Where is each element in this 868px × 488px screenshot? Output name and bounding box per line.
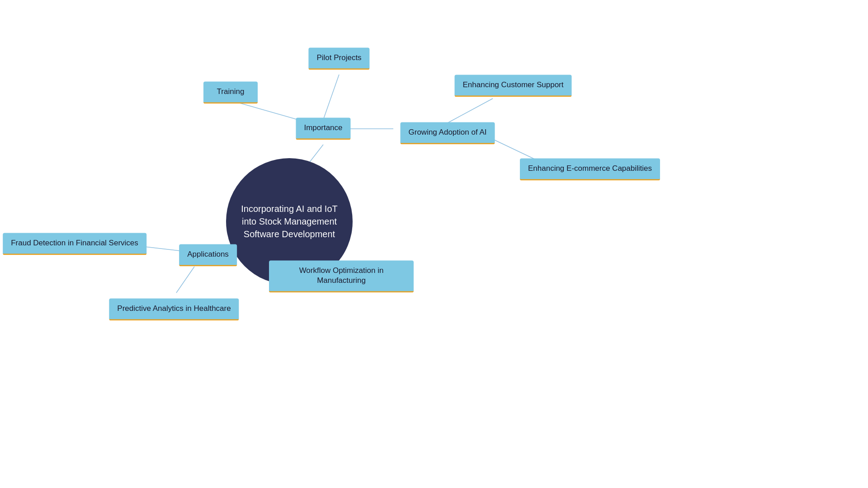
growing-adoption-node: Growing Adoption of AI [401, 122, 495, 144]
svg-line-4 [240, 103, 303, 121]
enhancing-ecommerce-node: Enhancing E-commerce Capabilities [520, 158, 660, 180]
svg-line-8 [176, 267, 194, 293]
svg-line-3 [323, 75, 339, 120]
svg-line-5 [448, 99, 493, 123]
predictive-analytics-node: Predictive Analytics in Healthcare [109, 298, 239, 320]
training-node: Training [203, 81, 258, 103]
importance-node: Importance [296, 117, 350, 140]
fraud-detection-node: Fraud Detection in Financial Services [3, 233, 146, 255]
pilot-projects-node: Pilot Projects [308, 47, 369, 70]
workflow-optimization-node: Workflow Optimization in Manufacturing [269, 260, 414, 292]
enhancing-customer-support-node: Enhancing Customer Support [454, 75, 571, 97]
applications-node: Applications [179, 244, 237, 266]
